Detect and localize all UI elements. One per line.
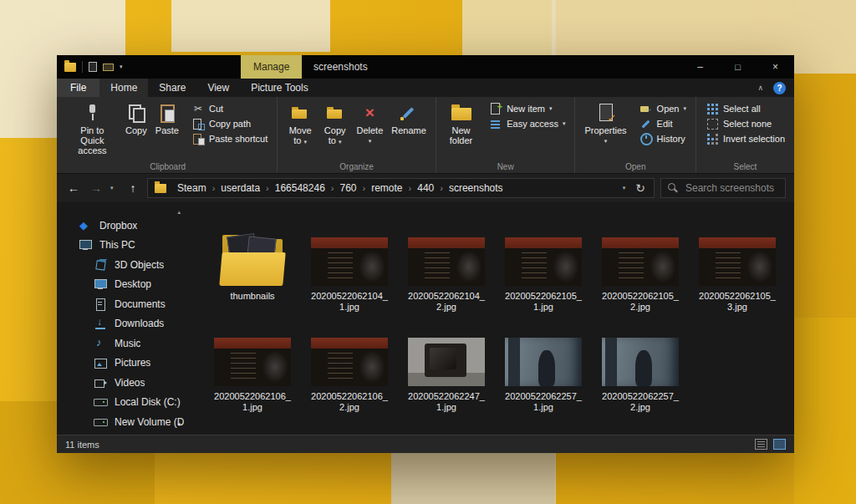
- tab-home[interactable]: Home: [99, 79, 148, 97]
- refresh-icon[interactable]: ↻: [632, 181, 649, 195]
- file-item[interactable]: thumbnails: [204, 222, 301, 313]
- copy-path-button[interactable]: Copy path: [188, 117, 271, 130]
- back-icon[interactable]: ←: [65, 181, 82, 195]
- move-to-button[interactable]: Move to ▾: [283, 99, 317, 147]
- sidebar-item-dropbox[interactable]: Dropbox: [57, 216, 184, 236]
- sidebar-item-3d-objects[interactable]: 3D Objects: [57, 255, 184, 275]
- file-item[interactable]: 20200522062257_1.jpg: [495, 323, 592, 413]
- file-item[interactable]: 20200522062105_3.jpg: [689, 222, 786, 313]
- new-folder-shortcut-icon[interactable]: [103, 64, 114, 71]
- search-input[interactable]: [684, 181, 778, 195]
- search-box[interactable]: [660, 178, 786, 198]
- easy-access-button[interactable]: Easy access ▾: [486, 117, 568, 130]
- file-thumbnail-wrap: [495, 222, 592, 286]
- address-dropdown-icon[interactable]: ▾: [616, 185, 633, 191]
- file-item[interactable]: 20200522062104_1.jpg: [301, 222, 398, 313]
- new-item-button[interactable]: New item ▾: [486, 102, 568, 115]
- scrollbar-up-icon[interactable]: ▴: [177, 209, 181, 216]
- invert-selection-button[interactable]: Invert selection: [702, 132, 788, 145]
- file-name: 20200522062257_2.jpg: [601, 391, 680, 413]
- manage-contextual-tab[interactable]: Manage: [241, 55, 302, 79]
- customize-toolbar-dropdown-icon[interactable]: ▾: [120, 64, 123, 70]
- tab-picture-tools[interactable]: Picture Tools: [240, 79, 318, 97]
- scrollbar-down-icon[interactable]: ▾: [177, 421, 181, 428]
- file-thumbnail: [699, 237, 776, 286]
- close-button[interactable]: ×: [757, 55, 794, 79]
- sidebar-item-this-pc[interactable]: This PC: [57, 236, 184, 256]
- delete-button[interactable]: × Delete ▾: [354, 99, 387, 146]
- search-icon: [668, 183, 678, 193]
- recent-locations-dropdown-icon[interactable]: ▾: [110, 185, 119, 191]
- edit-button[interactable]: Edit: [636, 117, 690, 130]
- breadcrumb-segment[interactable]: userdata: [215, 182, 266, 194]
- sidebar-item-label: New Volume (D:): [115, 416, 184, 428]
- properties-button[interactable]: Properties ▾: [581, 99, 629, 146]
- breadcrumb-segment[interactable]: 760: [334, 182, 362, 194]
- paste-shortcut-icon: [191, 133, 205, 145]
- navigation-pane: ▴ DropboxThis PC3D ObjectsDesktopDocumen…: [57, 202, 184, 435]
- group-label-open: Open: [581, 160, 690, 173]
- copy-button[interactable]: Copy: [122, 99, 150, 135]
- sidebar-item-desktop[interactable]: Desktop: [57, 275, 184, 295]
- properties-label: Properties: [584, 125, 626, 135]
- open-label: Open: [657, 104, 680, 114]
- forward-icon[interactable]: →: [88, 181, 104, 195]
- tab-share[interactable]: Share: [148, 79, 196, 97]
- file-name: 20200522062105_2.jpg: [601, 291, 680, 313]
- edit-label: Edit: [657, 119, 673, 129]
- up-icon[interactable]: ↑: [125, 181, 141, 195]
- ribbon-right-controls: ∧ ?: [757, 79, 794, 97]
- maximize-button[interactable]: □: [719, 55, 757, 79]
- file-item[interactable]: 20200522062247_1.jpg: [398, 323, 495, 413]
- large-icons-view-icon[interactable]: [773, 439, 786, 450]
- sidebar-item-music[interactable]: Music: [57, 333, 184, 354]
- file-item[interactable]: 20200522062106_1.jpg: [204, 323, 301, 413]
- breadcrumb-segment[interactable]: remote: [365, 182, 408, 194]
- file-item[interactable]: 20200522062105_1.jpg: [495, 222, 592, 313]
- file-item[interactable]: 20200522062104_2.jpg: [398, 222, 495, 313]
- sidebar-item-documents[interactable]: Documents: [57, 294, 184, 314]
- history-button[interactable]: History: [636, 132, 690, 145]
- breadcrumb-segment[interactable]: screenshots: [443, 182, 509, 194]
- ribbon-group-new: New folder New item ▾ Easy access ▾: [436, 97, 575, 173]
- sidebar-item-label: This PC: [99, 239, 135, 251]
- rename-button[interactable]: Rename: [388, 99, 430, 135]
- select-none-button[interactable]: Select none: [702, 117, 788, 130]
- paste-button[interactable]: Paste: [152, 99, 182, 135]
- cut-button[interactable]: ✂ Cut: [188, 102, 271, 115]
- help-icon[interactable]: ?: [773, 82, 786, 94]
- cut-icon: ✂: [191, 103, 205, 115]
- pin-to-quick-access-button[interactable]: Pin to Quick access: [64, 99, 120, 155]
- file-item[interactable]: 20200522062105_2.jpg: [592, 222, 689, 313]
- paste-shortcut-button[interactable]: Paste shortcut: [188, 132, 271, 145]
- sidebar-item-new-volume-d[interactable]: New Volume (D:): [57, 412, 184, 432]
- file-item[interactable]: 20200522062106_2.jpg: [301, 323, 398, 413]
- minimize-button[interactable]: –: [681, 55, 719, 79]
- sidebar-item-label: 3D Objects: [115, 259, 164, 271]
- desktop-background: ▾ Manage screenshots – □ × FileHomeShare…: [0, 0, 856, 504]
- tab-file[interactable]: File: [57, 79, 99, 97]
- file-item[interactable]: 20200522062257_2.jpg: [592, 323, 689, 413]
- open-button[interactable]: Open ▾: [636, 102, 690, 115]
- details-view-icon[interactable]: [755, 439, 767, 450]
- breadcrumb-segment[interactable]: 440: [411, 182, 440, 194]
- pictures-icon: [94, 356, 107, 369]
- select-all-button[interactable]: Select all: [702, 102, 788, 115]
- breadcrumb-segment[interactable]: Steam: [171, 182, 212, 194]
- new-folder-button[interactable]: New folder: [442, 99, 480, 145]
- sidebar-item-videos[interactable]: Videos: [57, 373, 184, 393]
- paste-icon: [156, 103, 178, 123]
- group-label-new: New: [442, 160, 569, 173]
- sidebar-item-downloads[interactable]: Downloads: [57, 314, 184, 334]
- file-thumbnail: [505, 338, 582, 386]
- desktop-icon: [94, 277, 107, 291]
- breadcrumb-segment[interactable]: 166548246: [269, 182, 331, 194]
- tab-view[interactable]: View: [196, 79, 240, 97]
- copy-to-button[interactable]: Copy to ▾: [318, 99, 352, 147]
- collapse-ribbon-icon[interactable]: ∧: [757, 84, 763, 92]
- sidebar-item-pictures[interactable]: Pictures: [57, 354, 184, 374]
- properties-shortcut-icon[interactable]: [89, 62, 97, 72]
- sidebar-item-local-disk-c[interactable]: Local Disk (C:): [57, 393, 184, 413]
- breadcrumb[interactable]: Steam›userdata›166548246›760›remote›440›…: [147, 178, 655, 198]
- sidebar-item-label: Documents: [115, 298, 166, 310]
